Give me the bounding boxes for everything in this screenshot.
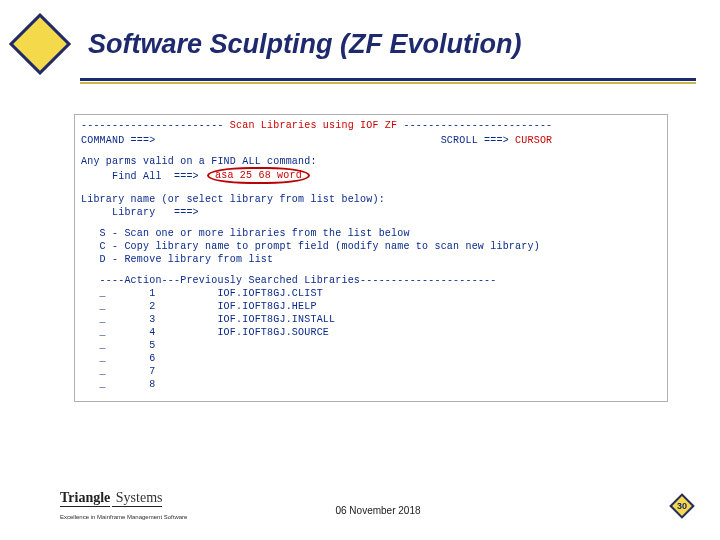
header-center: Scan Libraries using IOF ZF (224, 120, 404, 131)
library-label: Library ===> (81, 206, 661, 219)
logo-left: Triangle (60, 490, 110, 507)
scroll-label: SCROLL ===> (441, 135, 509, 146)
page-number: 30 (670, 494, 694, 518)
scroll-value: CURSOR (515, 135, 552, 146)
title-rule (80, 78, 696, 84)
library-line: Library name (or select library from lis… (81, 193, 661, 206)
list-row: _ 3 IOF.IOFT8GJ.INSTALL (81, 313, 661, 326)
title-row: Software Sculpting (ZF Evolution) (18, 22, 696, 66)
option-c: C - Copy library name to prompt field (m… (81, 240, 661, 253)
list-row: _ 7 (81, 365, 661, 378)
terminal-screenshot: ----------------------- Scan Libraries u… (74, 114, 668, 402)
find-all-label: Find All ===> (81, 171, 199, 182)
list-row: _ 1 IOF.IOFT8GJ.CLIST (81, 287, 661, 300)
list-row: _ 2 IOF.IOFT8GJ.HELP (81, 300, 661, 313)
list-row: _ 5 (81, 339, 661, 352)
command-row: COMMAND ===> SCROLL ===> CURSOR (81, 134, 661, 147)
slide: Software Sculpting (ZF Evolution) ------… (0, 0, 720, 540)
option-d: D - Remove library from list (81, 253, 661, 266)
dash-right: ------------------------ (403, 120, 552, 131)
list-dash-right: ---------------------- (360, 275, 496, 286)
tagline: Excellence in Mainframe Management Softw… (60, 514, 187, 520)
list-dash-left: ----Action--- (81, 275, 180, 286)
logo-right: Systems (112, 490, 162, 507)
footer: Triangle Systems Excellence in Mainframe… (60, 470, 696, 520)
bullet-diamond-icon (9, 13, 71, 75)
slide-title: Software Sculpting (ZF Evolution) (88, 29, 521, 60)
terminal-header: ----------------------- Scan Libraries u… (81, 119, 661, 132)
list-row: _ 6 (81, 352, 661, 365)
parms-line: Any parms valid on a FIND ALL command: (81, 155, 661, 168)
dash-left: ----------------------- (81, 120, 224, 131)
circled-value: asa 25 68 word (207, 167, 310, 184)
find-all-row: Find All ===> asa 25 68 word (81, 168, 661, 185)
command-label: COMMAND ===> (81, 135, 155, 146)
option-s: S - Scan one or more libraries from the … (81, 227, 661, 240)
footer-date: 06 November 2018 (335, 505, 420, 516)
page-number-badge: 30 (670, 494, 694, 518)
list-row: _ 8 (81, 378, 661, 391)
company-logo: Triangle Systems (60, 489, 162, 506)
list-header-mid: Previously Searched Libraries (180, 275, 360, 286)
list-row: _ 4 IOF.IOFT8GJ.SOURCE (81, 326, 661, 339)
list-header: ----Action---Previously Searched Librari… (81, 274, 661, 287)
